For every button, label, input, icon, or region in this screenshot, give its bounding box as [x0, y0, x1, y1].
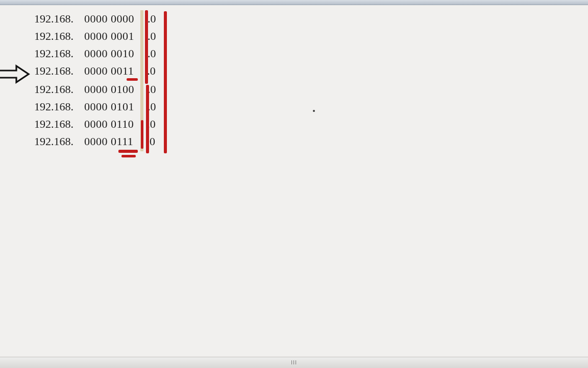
grip-icon: III [291, 359, 297, 365]
stray-dot [313, 110, 315, 112]
ip-binary: 0000 0011 [84, 64, 134, 78]
ip-row: 192.168. 0000 0010 .0 [34, 45, 156, 62]
ip-prefix: 192.168. [34, 64, 84, 78]
footer-bar: III [0, 357, 588, 368]
annotation-stroke [164, 11, 167, 153]
ip-row: 192.168. 0000 0000 .0 [34, 10, 156, 28]
ip-binary: 0000 0001 [84, 30, 134, 43]
ip-prefix: 192.168. [34, 118, 84, 131]
window-titlebar [0, 0, 588, 5]
ip-row: 192.168. 0000 0111 .0 [34, 133, 155, 150]
ip-row: 192.168. 0000 0101 .0 [34, 98, 156, 116]
annotation-stroke [145, 10, 148, 84]
ip-binary: 0000 0100 [84, 83, 134, 96]
ip-suffix: .0 [147, 64, 156, 78]
annotation-stroke [127, 78, 138, 81]
ip-prefix: 192.168. [34, 83, 84, 96]
ip-prefix: 192.168. [34, 47, 84, 60]
ip-prefix: 192.168. [34, 100, 84, 113]
ip-suffix: .0 [148, 30, 156, 43]
ip-row: 192.168. 0000 0001 .0 [34, 28, 156, 45]
ip-prefix: 192.168. [34, 12, 84, 26]
ip-prefix: 192.168. [34, 30, 84, 43]
annotation-stroke [141, 120, 143, 149]
ip-row: 192.168. 0000 0011 .0 [34, 62, 156, 80]
ip-binary: 0000 0000 [84, 12, 134, 26]
ip-row: 192.168. 0000 0100 .0 [34, 81, 156, 98]
annotation-stroke [146, 85, 149, 153]
ip-binary: 0000 0111 [84, 135, 133, 148]
ip-binary: 0000 0101 [84, 100, 134, 113]
ip-binary: 0000 0010 [84, 47, 134, 60]
canvas-area: 192.168. 0000 0000 .0 192.168. 0000 0001… [0, 5, 588, 357]
ip-suffix: .0 [148, 47, 156, 60]
ip-binary: 0000 0110 [84, 118, 134, 131]
ip-suffix: .0 [148, 12, 156, 26]
ip-row: 192.168. 0000 0110 .0 [34, 116, 156, 133]
ip-prefix: 192.168. [34, 135, 84, 148]
arrow-icon [0, 64, 31, 84]
annotation-stroke [118, 150, 138, 153]
annotation-stroke [121, 155, 136, 157]
